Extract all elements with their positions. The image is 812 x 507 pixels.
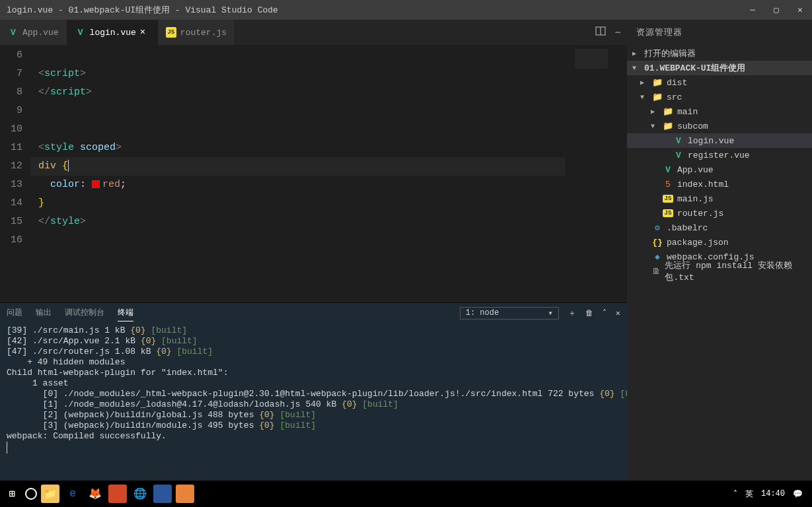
code-line[interactable]: </style> <box>30 213 565 231</box>
panel-tabs: 问题输出调试控制台终端 1: node ▾ ＋ 🗑 ˄ ✕ <box>0 303 627 323</box>
open-editors-section[interactable]: ▶ 打开的编辑器 <box>627 46 812 61</box>
kill-terminal-icon[interactable]: 🗑 <box>585 308 593 318</box>
line-numbers: 678910111213141516 <box>0 45 30 302</box>
tree-item-.babelrc[interactable]: ⚙.babelrc <box>627 220 812 235</box>
code-line[interactable]: div { <box>30 157 565 176</box>
tree-item-label: register.vue <box>688 151 750 160</box>
panel-tab-问题[interactable]: 问题 <box>7 304 22 321</box>
split-editor-icon[interactable] <box>595 26 606 39</box>
code-line[interactable]: } <box>30 194 565 213</box>
tree-item-label: 先运行 npm install 安装依赖包.txt <box>665 259 807 283</box>
chevron-down-icon: ▾ <box>548 308 553 318</box>
title-bar: login.vue - 01.webpack-UI组件使用 - Visual S… <box>0 0 812 20</box>
vue-file-icon: V <box>75 27 86 38</box>
tree-item-label: login.vue <box>688 136 734 146</box>
edge-icon[interactable]: e <box>63 485 82 503</box>
clock[interactable]: 14:40 <box>761 489 785 498</box>
tree-arrow-icon: ▼ <box>640 94 648 101</box>
code-line[interactable]: </script> <box>30 83 565 102</box>
more-actions-icon[interactable]: ⋯ <box>615 27 620 38</box>
code-line[interactable]: <style scoped> <box>30 139 565 157</box>
tree-item-router.js[interactable]: JSrouter.js <box>627 206 812 220</box>
tab-App-vue[interactable]: VApp.vue <box>0 20 67 45</box>
panel-tab-输出[interactable]: 输出 <box>36 304 52 321</box>
code-editor[interactable]: 678910111213141516 <script></script> <st… <box>0 45 627 302</box>
close-tab-icon[interactable]: × <box>140 27 149 38</box>
maximize-panel-icon[interactable]: ˄ <box>603 308 607 318</box>
tree-item-label: main.js <box>677 194 714 204</box>
tree-item-先运行-npm-install-安装依赖包.txt[interactable]: 🗎先运行 npm install 安装依赖包.txt <box>627 264 812 279</box>
tree-item-label: App.vue <box>677 165 714 175</box>
tree-item-subcom[interactable]: ▼📁subcom <box>627 119 812 133</box>
vue-file-icon: V <box>8 27 18 38</box>
start-button[interactable]: ⊞ <box>3 485 21 503</box>
scrollbar[interactable] <box>618 45 627 302</box>
chrome-icon[interactable]: 🌐 <box>131 485 149 503</box>
tree-item-main[interactable]: ▶📁main <box>627 104 812 119</box>
code-line[interactable] <box>30 102 565 120</box>
js-file-icon: JS <box>663 209 673 217</box>
tree-item-label: subcom <box>677 121 708 131</box>
js-file-icon: JS <box>166 27 176 38</box>
tree-item-App.vue[interactable]: VApp.vue <box>627 162 812 177</box>
tree-item-label: index.html <box>677 180 729 189</box>
minimap[interactable] <box>565 45 618 302</box>
code-line[interactable] <box>30 46 565 65</box>
tree-item-register.vue[interactable]: Vregister.vue <box>627 148 812 162</box>
config-file-icon: ⚙ <box>652 222 663 233</box>
tree-arrow-icon: ▶ <box>651 108 659 116</box>
firefox-icon[interactable]: 🦊 <box>86 485 104 503</box>
folder-file-icon: 📁 <box>652 77 663 88</box>
tree-item-label: main <box>677 107 698 117</box>
tray-chevron-icon[interactable]: ˄ <box>733 489 737 499</box>
windows-taskbar: ⊞ 📁 e 🦊 🌐 ˄ 英 14:40 💬 <box>0 481 812 507</box>
editor-tabs: VApp.vueVlogin.vue×JSrouter.js ⋯ <box>0 20 627 45</box>
app-icon-1[interactable] <box>108 485 127 503</box>
tree-item-label: router.js <box>677 209 723 219</box>
folder-file-icon: 📁 <box>663 106 673 117</box>
close-panel-icon[interactable]: ✕ <box>616 308 620 318</box>
tree-item-label: dist <box>667 78 687 88</box>
tree-item-login.vue[interactable]: Vlogin.vue <box>627 133 812 148</box>
minimize-button[interactable]: ─ <box>747 5 758 15</box>
new-terminal-icon[interactable]: ＋ <box>568 308 576 319</box>
maximize-button[interactable]: ▢ <box>771 5 782 15</box>
vscode-icon[interactable] <box>176 485 194 503</box>
code-line[interactable]: <script> <box>30 65 565 83</box>
explorer-sidebar: 资源管理器 ▶ 打开的编辑器 ▼ 01.WEBPACK-UI组件使用 ▶📁dis… <box>627 20 812 481</box>
file-explorer-icon[interactable]: 📁 <box>41 485 59 503</box>
tab-login-vue[interactable]: Vlogin.vue× <box>67 20 158 45</box>
sidebar-title: 资源管理器 <box>627 20 812 45</box>
panel-tab-终端[interactable]: 终端 <box>118 304 133 321</box>
app-icon-2[interactable] <box>153 485 172 503</box>
terminal[interactable]: [39] ./src/main.js 1 kB {0} [built] [42]… <box>0 323 627 481</box>
tree-item-main.js[interactable]: JSmain.js <box>627 191 812 206</box>
window-title: login.vue - 01.webpack-UI组件使用 - Visual S… <box>7 4 278 16</box>
code-area[interactable]: <script></script> <style scoped>div { co… <box>30 45 565 302</box>
code-line[interactable] <box>30 120 565 139</box>
vue-file-icon: V <box>673 151 684 160</box>
tree-item-src[interactable]: ▼📁src <box>627 90 812 104</box>
tree-item-label: .babelrc <box>667 223 708 233</box>
config-file-icon: ◆ <box>652 252 663 262</box>
tree-item-label: src <box>667 92 682 102</box>
cortana-icon[interactable] <box>25 488 37 500</box>
vue-file-icon: V <box>673 136 684 146</box>
project-root[interactable]: ▼ 01.WEBPACK-UI组件使用 <box>627 61 812 75</box>
panel-tab-调试控制台[interactable]: 调试控制台 <box>65 304 104 321</box>
json-file-icon: {} <box>652 238 663 248</box>
notifications-icon[interactable]: 💬 <box>793 489 803 499</box>
tree-item-package.json[interactable]: {}package.json <box>627 235 812 250</box>
folder-src-file-icon: 📁 <box>652 92 663 102</box>
close-window-button[interactable]: ✕ <box>795 5 805 15</box>
tab-router-js[interactable]: JSrouter.js <box>158 20 235 45</box>
code-line[interactable]: color: red; <box>30 176 565 194</box>
tree-item-index.html[interactable]: 5index.html <box>627 177 812 191</box>
tree-arrow-icon: ▼ <box>651 123 659 130</box>
code-line[interactable] <box>30 231 565 250</box>
txt-file-icon: 🗎 <box>651 267 661 277</box>
ime-indicator[interactable]: 英 <box>745 489 753 500</box>
tree-item-dist[interactable]: ▶📁dist <box>627 75 812 90</box>
terminal-selector[interactable]: 1: node ▾ <box>460 307 559 320</box>
tree-arrow-icon: ▶ <box>640 79 648 86</box>
